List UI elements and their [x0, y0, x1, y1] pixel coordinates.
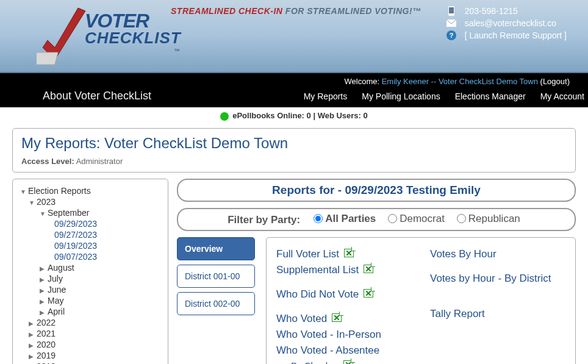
svg-rect-2: [449, 7, 454, 13]
tree-month[interactable]: ▶June: [20, 284, 160, 295]
reports-for-panel: Reports for - 09/29/2023 Testing Emily: [177, 179, 576, 202]
link-votes-by-hour[interactable]: Votes By Hour: [430, 246, 565, 262]
radio-all[interactable]: [314, 214, 323, 223]
phone-text: 203-598-1215: [465, 6, 518, 16]
logout-link[interactable]: Logout: [543, 77, 567, 86]
link-supplemental-list[interactable]: Supplemental List: [276, 262, 412, 278]
link-who-did-not-vote[interactable]: Who Did Not Vote: [276, 287, 412, 302]
filter-all-parties[interactable]: All Parties: [314, 213, 376, 225]
tree-month[interactable]: ▶May: [20, 295, 160, 306]
chevron-right-icon: ▶: [40, 309, 46, 316]
contact-block: 203-598-1215 sales@voterchecklist.co ? […: [445, 6, 567, 43]
logo-tm: ™: [85, 48, 180, 54]
link-votes-by-hour-district[interactable]: Votes by Hour - By District: [430, 271, 565, 287]
excel-icon[interactable]: [344, 249, 354, 257]
link-who-voted[interactable]: Who Voted: [276, 311, 412, 327]
access-level: Access Level: Administrator: [21, 157, 567, 166]
tree-month-september[interactable]: ▼September: [20, 207, 160, 218]
chevron-right-icon: ▶: [29, 342, 35, 349]
filter-republican[interactable]: Republican: [457, 213, 520, 225]
tree-month[interactable]: ▶July: [20, 273, 160, 284]
nav-elections-manager[interactable]: Elections Manager: [455, 91, 526, 101]
chevron-right-icon: ▶: [40, 276, 46, 283]
tree-year[interactable]: ▶2019: [20, 350, 160, 361]
phone-icon: [445, 6, 457, 16]
chevron-down-icon: ▼: [40, 210, 46, 217]
email-text: sales@voterchecklist.co: [465, 18, 556, 28]
nav-my-account[interactable]: My Account: [540, 91, 584, 101]
status-dot-icon: [220, 112, 229, 121]
chevron-right-icon: ▶: [29, 353, 35, 360]
tree-date[interactable]: 09/19/2023: [20, 240, 160, 251]
reports-box: Full Voter List Supplemental List Who Di…: [266, 237, 576, 364]
tree-date[interactable]: 09/07/2023: [20, 251, 160, 262]
filter-label: Filter by Party:: [228, 214, 300, 226]
excel-icon[interactable]: [332, 313, 342, 322]
chevron-right-icon: ▶: [40, 265, 46, 272]
tagline: STREAMLINED CHECK-IN FOR STREAMLINED VOT…: [171, 6, 421, 16]
tab-district-002[interactable]: District 002-00: [177, 292, 255, 315]
tree-date[interactable]: 09/29/2023: [20, 218, 160, 229]
radio-rep[interactable]: [457, 214, 466, 223]
filter-democrat[interactable]: Democrat: [388, 213, 445, 225]
tree-year[interactable]: ▶2022: [20, 317, 160, 328]
logo-checkmark-icon: [37, 5, 88, 66]
remote-support-text: [ Launch Remote Support ]: [465, 30, 567, 40]
reports-tree: ▼Election Reports ▼2023 ▼September 09/29…: [12, 179, 168, 364]
excel-icon[interactable]: [343, 360, 353, 364]
logo: VOTER CHECKLIST ™: [37, 5, 181, 66]
tree-date[interactable]: 09/27/2023: [20, 229, 160, 240]
svg-rect-0: [37, 52, 58, 65]
nav-about[interactable]: About Voter CheckList: [0, 90, 151, 102]
reports-for-title: Reports for - 09/29/2023 Testing Emily: [272, 184, 481, 196]
title-panel: My Reports: Voter CheckList Demo Town Ac…: [12, 128, 576, 173]
chevron-right-icon: ▶: [40, 287, 46, 294]
link-full-voter-list[interactable]: Full Voter List: [276, 246, 412, 262]
help-icon: ?: [445, 30, 457, 40]
nav-my-reports[interactable]: My Reports: [304, 91, 348, 101]
nav-polling-locations[interactable]: My Polling Locations: [362, 91, 440, 101]
tab-overview[interactable]: Overview: [177, 237, 255, 260]
header-banner: VOTER CHECKLIST ™ STREAMLINED CHECK-IN F…: [0, 0, 588, 73]
svg-text:?: ?: [449, 32, 453, 39]
radio-dem[interactable]: [388, 214, 397, 223]
nav-bar: Welcome: Emily Keener -- Voter CheckList…: [0, 73, 588, 107]
tree-month[interactable]: ▶April: [20, 306, 160, 317]
contact-phone: 203-598-1215: [445, 6, 567, 16]
excel-icon[interactable]: [364, 265, 373, 273]
tree-month[interactable]: ▶August: [20, 262, 160, 273]
tree-year[interactable]: ▶2020: [20, 339, 160, 350]
chevron-down-icon: ▼: [20, 188, 26, 195]
filter-panel: Filter by Party: All Parties Democrat Re…: [177, 208, 576, 232]
link-by-checker[interactable]: By Checker: [276, 359, 412, 364]
link-who-voted-in-person[interactable]: Who Voted - In-Person: [276, 327, 412, 343]
mail-icon: [445, 18, 457, 28]
launch-remote-support[interactable]: ? [ Launch Remote Support ]: [445, 30, 567, 40]
page-title: My Reports: Voter CheckList Demo Town: [21, 135, 567, 152]
excel-icon[interactable]: [364, 289, 373, 298]
contact-email[interactable]: sales@voterchecklist.co: [445, 18, 567, 28]
chevron-right-icon: ▶: [29, 320, 35, 327]
tree-year[interactable]: ▶2021: [20, 328, 160, 339]
status-bar: ePollbooks Online: 0 | Web Users: 0: [0, 107, 588, 124]
link-who-voted-absentee[interactable]: Who Voted - Absentee: [276, 343, 412, 359]
chevron-right-icon: ▶: [29, 331, 35, 338]
tree-year-2023[interactable]: ▼2023: [20, 196, 160, 207]
chevron-down-icon: ▼: [29, 199, 35, 206]
tab-district-001[interactable]: District 001-00: [177, 265, 255, 288]
status-text: ePollbooks Online: 0 | Web Users: 0: [232, 111, 368, 120]
logo-text-checklist: CHECKLIST: [85, 29, 181, 48]
link-tally-report[interactable]: Tally Report: [430, 306, 565, 322]
tree-root[interactable]: ▼Election Reports: [20, 185, 160, 196]
welcome-line: Welcome: Emily Keener -- Voter CheckList…: [0, 73, 588, 86]
chevron-right-icon: ▶: [40, 298, 46, 305]
tree-year[interactable]: ▶2018: [20, 361, 160, 364]
